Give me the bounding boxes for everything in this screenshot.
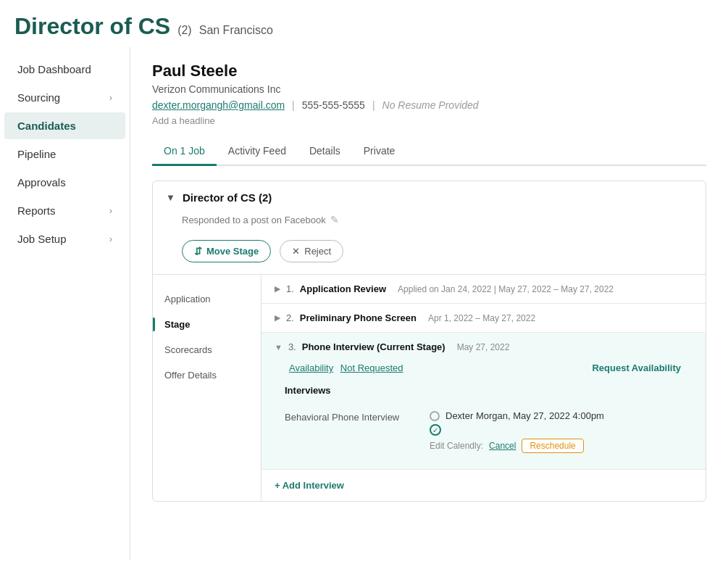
candidate-name: Paul Steele [152,62,706,80]
stage-row-phone-screen: ▶ 2. Preliminary Phone Screen Apr 1, 202… [262,304,706,333]
sidebar-item-job-dashboard[interactable]: Job Dashboard [4,56,125,83]
sidebar-item-sourcing[interactable]: Sourcing › [4,84,125,111]
check-circle-icon: ✓ [430,424,441,436]
stage-row-app-review: ▶ 1. Application Review Applied on Jan 2… [262,275,706,304]
availability-row: Availability Not Requested Request Avail… [285,362,693,373]
stage-sidebar-application[interactable]: Application [153,286,261,312]
interviewer-name: Dexter Morgan, May 27, 2022 4:00pm [445,410,604,421]
job-card: ▼ Director of CS (2) Responded to a post… [152,181,706,502]
reschedule-button[interactable]: Reschedule [522,439,583,453]
request-availability-button[interactable]: Request Availability [592,362,681,373]
tab-private[interactable]: Private [352,138,407,166]
interview-row: Behavioral Phone Interview Dexter Morgan… [285,406,693,460]
stage-content: Availability Not Requested Request Avail… [275,362,693,460]
stage-sidebar-offer-details[interactable]: Offer Details [153,362,261,388]
stage-layout: Application Stage Scorecards Offer Detai… [153,275,706,501]
tab-details[interactable]: Details [298,138,352,166]
job-card-actions: ⇵ Move Stage ✕ Reject [153,233,706,274]
stage-row-phone-interview: ▼ 3. Phone Interview (Current Stage) May… [262,333,706,470]
chevron-right-icon: › [109,205,112,216]
candidate-resume: No Resume Provided [382,99,479,111]
stage-sidebar-stage[interactable]: Stage [153,312,261,337]
availability-status[interactable]: Not Requested [340,362,403,373]
interviews-label: Interviews [285,385,693,396]
candidate-company: Verizon Communications Inc [152,83,706,95]
reject-button[interactable]: ✕ Reject [280,240,343,262]
add-headline[interactable]: Add a headline [152,115,706,126]
candidate-phone: 555-555-5555 [302,99,365,111]
job-card-title: Director of CS (2) [183,191,272,204]
move-stage-icon: ⇵ [194,246,202,257]
page-title: Director of CS [14,13,170,40]
stage-sidebar-scorecards[interactable]: Scorecards [153,337,261,362]
collapse-icon[interactable]: ▼ [275,343,283,352]
candidate-contact: dexter.morgangh@gmail.com | 555-555-5555… [152,99,706,111]
move-stage-button[interactable]: ⇵ Move Stage [182,240,271,262]
cancel-link[interactable]: Cancel [489,441,516,451]
interview-name: Behavioral Phone Interview [285,410,415,423]
sidebar-item-reports[interactable]: Reports › [4,197,125,224]
stage-sidebar: Application Stage Scorecards Offer Detai… [153,275,262,501]
sidebar: Job Dashboard Sourcing › Candidates Pipe… [0,47,130,560]
expand-icon[interactable]: ▶ [275,284,280,294]
tab-on-1-job[interactable]: On 1 Job [152,138,217,166]
sidebar-item-job-setup[interactable]: Job Setup › [4,225,125,252]
stage-main: ▶ 1. Application Review Applied on Jan 2… [262,275,706,501]
edit-calendly-label: Edit Calendly: [430,441,483,451]
page-count: (2) [177,24,192,37]
sidebar-item-approvals[interactable]: Approvals [4,169,125,196]
sidebar-item-pipeline[interactable]: Pipeline [4,141,125,167]
chevron-right-icon: › [109,233,112,244]
job-card-header: ▼ Director of CS (2) [153,181,706,214]
page-location: San Francisco [199,24,273,37]
radio-button[interactable] [430,411,440,421]
page-header: Director of CS (2) San Francisco [0,0,728,47]
sidebar-item-candidates[interactable]: Candidates [4,112,125,139]
chevron-right-icon: › [109,92,112,103]
add-interview-button[interactable]: + Add Interview [262,470,357,501]
tab-activity-feed[interactable]: Activity Feed [217,138,298,166]
reject-icon: ✕ [292,246,300,257]
interview-detail: Dexter Morgan, May 27, 2022 4:00pm ✓ Edi… [430,410,693,456]
expand-icon[interactable]: ▶ [275,313,280,323]
collapse-icon[interactable]: ▼ [166,192,175,203]
candidate-tabs: On 1 Job Activity Feed Details Private [152,138,706,166]
job-card-source: Responded to a post on Facebook ✎ [153,214,706,233]
edit-icon[interactable]: ✎ [330,214,339,225]
main-content: Paul Steele Verizon Communications Inc d… [130,47,728,560]
candidate-email[interactable]: dexter.morgangh@gmail.com [152,99,285,111]
